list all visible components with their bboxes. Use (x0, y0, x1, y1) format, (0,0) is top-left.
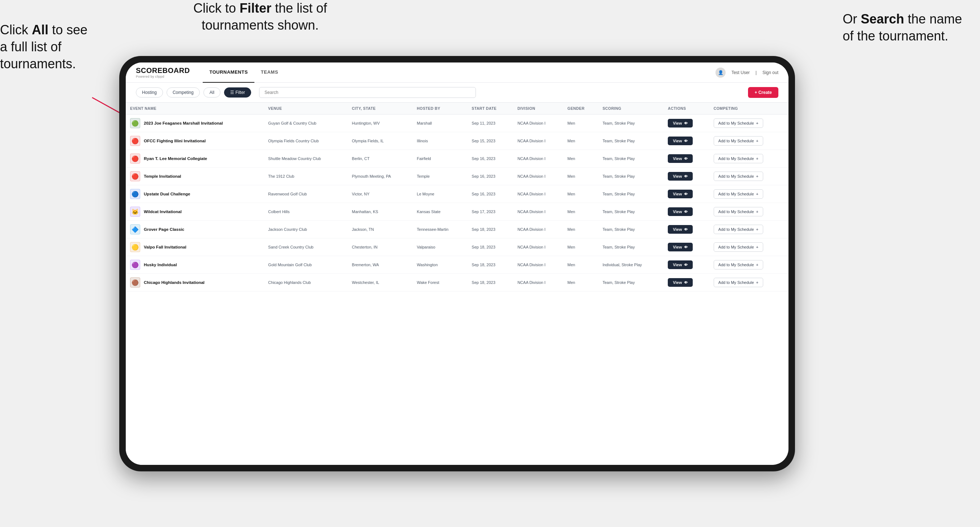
filter-bar: Hosting Competing All ☰ Filter + Create (126, 83, 789, 103)
filter-button[interactable]: ☰ Filter (224, 87, 251, 97)
add-to-schedule-button[interactable]: Add to My Schedule + (714, 136, 763, 146)
filter-all-btn[interactable]: All (204, 87, 220, 97)
logo-text: SCOREBOARD (136, 67, 190, 75)
cell-actions: View 👁 (663, 203, 709, 221)
sign-out-link[interactable]: Sign out (762, 70, 778, 75)
cell-date: Sep 16, 2023 (467, 168, 513, 185)
plus-icon: + (756, 192, 758, 196)
cell-competing: Add to My Schedule + (710, 150, 789, 168)
team-logo: 🟤 (130, 278, 140, 287)
cell-hosted: Le Moyne (413, 185, 468, 203)
view-button[interactable]: View 👁 (668, 137, 693, 145)
cell-actions: View 👁 (663, 114, 709, 132)
add-to-schedule-button[interactable]: Add to My Schedule + (714, 207, 763, 216)
col-scoring: SCORING (598, 103, 663, 114)
eye-icon: 👁 (684, 139, 688, 143)
table-row: 🔴 Temple Invitational The 1912 Club Plym… (126, 168, 789, 185)
tab-tournaments[interactable]: TOURNAMENTS (203, 62, 254, 83)
cell-gender: Men (563, 185, 598, 203)
cell-scoring: Team, Stroke Play (598, 238, 663, 256)
table-row: 🐱 Wildcat Invitational Colbert Hills Man… (126, 203, 789, 221)
tab-teams[interactable]: TEAMS (255, 62, 285, 83)
cell-hosted: Tennessee-Martin (413, 221, 468, 238)
add-to-schedule-button[interactable]: Add to My Schedule + (714, 119, 763, 128)
cell-date: Sep 15, 2023 (467, 132, 513, 150)
add-to-schedule-button[interactable]: Add to My Schedule + (714, 154, 763, 163)
eye-icon: 👁 (684, 227, 688, 232)
cell-actions: View 👁 (663, 256, 709, 274)
add-to-schedule-button[interactable]: Add to My Schedule + (714, 242, 763, 252)
team-logo: 🔴 (130, 136, 140, 146)
view-button[interactable]: View 👁 (668, 119, 693, 127)
cell-event-name: 🔴 OFCC Fighting Illini Invitational (126, 132, 264, 150)
cell-competing: Add to My Schedule + (710, 256, 789, 274)
filter-competing-btn[interactable]: Competing (167, 87, 200, 97)
table-row: 🔷 Grover Page Classic Jackson Country Cl… (126, 221, 789, 238)
view-button[interactable]: View 👁 (668, 172, 693, 181)
plus-icon: + (756, 210, 758, 214)
annotation-center: Click to Filter the list of tournaments … (170, 0, 350, 34)
cell-city: Bremerton, WA (348, 256, 413, 274)
cell-actions: View 👁 (663, 238, 709, 256)
cell-event-name: 🔵 Upstate Dual Challenge (126, 185, 264, 203)
add-to-schedule-button[interactable]: Add to My Schedule + (714, 189, 763, 198)
logo: SCOREBOARD Powered by clippd (136, 67, 190, 78)
view-button[interactable]: View 👁 (668, 225, 693, 234)
col-event-name: EVENT NAME (126, 103, 264, 114)
cell-gender: Men (563, 221, 598, 238)
cell-scoring: Team, Stroke Play (598, 274, 663, 292)
view-button[interactable]: View 👁 (668, 154, 693, 163)
add-to-schedule-button[interactable]: Add to My Schedule + (714, 225, 763, 234)
event-name-text: Upstate Dual Challenge (144, 192, 190, 196)
cell-competing: Add to My Schedule + (710, 203, 789, 221)
cell-division: NCAA Division I (513, 168, 563, 185)
cell-event-name: 🟣 Husky Individual (126, 256, 264, 274)
view-button[interactable]: View 👁 (668, 278, 693, 287)
cell-actions: View 👁 (663, 185, 709, 203)
cell-actions: View 👁 (663, 150, 709, 168)
cell-gender: Men (563, 274, 598, 292)
add-to-schedule-button[interactable]: Add to My Schedule + (714, 278, 763, 287)
cell-competing: Add to My Schedule + (710, 168, 789, 185)
separator: | (756, 70, 757, 75)
cell-event-name: 🔴 Ryan T. Lee Memorial Collegiate (126, 150, 264, 168)
cell-actions: View 👁 (663, 168, 709, 185)
cell-scoring: Team, Stroke Play (598, 132, 663, 150)
col-start-date: START DATE (467, 103, 513, 114)
create-button[interactable]: + Create (748, 87, 778, 98)
event-name-text: Grover Page Classic (144, 227, 184, 232)
cell-actions: View 👁 (663, 274, 709, 292)
add-to-schedule-button[interactable]: Add to My Schedule + (714, 260, 763, 270)
search-input[interactable] (259, 87, 476, 98)
plus-icon: + (756, 227, 758, 232)
cell-scoring: Team, Stroke Play (598, 203, 663, 221)
event-name-text: 2023 Joe Feaganes Marshall Invitational (144, 121, 223, 125)
header-right: 👤 Test User | Sign out (716, 68, 778, 78)
col-gender: GENDER (563, 103, 598, 114)
view-button[interactable]: View 👁 (668, 260, 693, 269)
cell-event-name: 🟡 Valpo Fall Invitational (126, 238, 264, 256)
cell-gender: Men (563, 114, 598, 132)
cell-scoring: Team, Stroke Play (598, 168, 663, 185)
add-to-schedule-button[interactable]: Add to My Schedule + (714, 171, 763, 181)
view-button[interactable]: View 👁 (668, 190, 693, 198)
cell-scoring: Team, Stroke Play (598, 114, 663, 132)
cell-division: NCAA Division I (513, 114, 563, 132)
filter-hosting-btn[interactable]: Hosting (136, 87, 163, 97)
cell-gender: Men (563, 168, 598, 185)
cell-city: Westchester, IL (348, 274, 413, 292)
view-button[interactable]: View 👁 (668, 207, 693, 216)
cell-venue: Olympia Fields Country Club (264, 132, 348, 150)
eye-icon: 👁 (684, 192, 688, 196)
team-logo: 🟢 (130, 118, 140, 128)
cell-date: Sep 18, 2023 (467, 221, 513, 238)
cell-scoring: Team, Stroke Play (598, 185, 663, 203)
logo-sub: Powered by clippd (136, 75, 190, 78)
eye-icon: 👁 (684, 157, 688, 161)
view-button[interactable]: View 👁 (668, 243, 693, 251)
cell-event-name: 🟤 Chicago Highlands Invitational (126, 274, 264, 292)
cell-date: Sep 18, 2023 (467, 256, 513, 274)
event-name-text: Wildcat Invitational (144, 210, 182, 214)
table-row: 🔴 Ryan T. Lee Memorial Collegiate Shuttl… (126, 150, 789, 168)
table-header-row: EVENT NAME VENUE CITY, STATE HOSTED BY S… (126, 103, 789, 114)
